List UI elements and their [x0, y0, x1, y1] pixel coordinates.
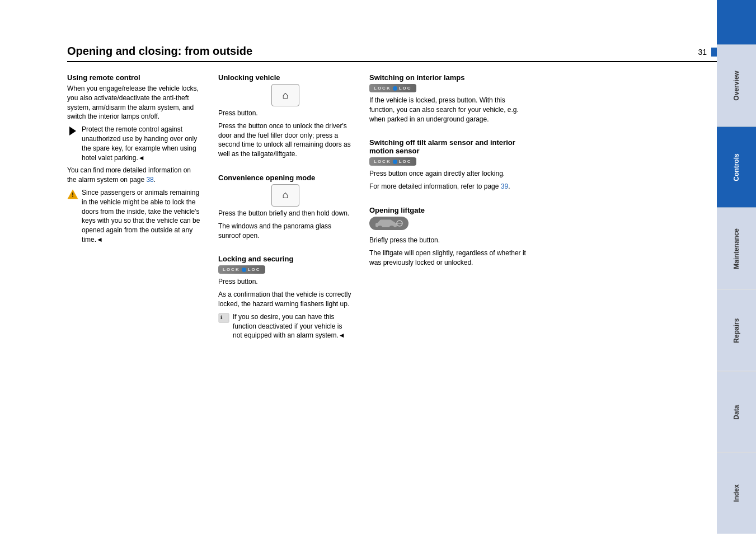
- sidebar: Overview Controls Maintenance Repairs Da…: [717, 0, 756, 534]
- info-note-icon: ℹ: [218, 312, 229, 324]
- link-page-39[interactable]: 39: [501, 182, 508, 190]
- link-page-38[interactable]: 38: [146, 176, 153, 184]
- lock-btn-text-1: LOCK: [223, 267, 240, 272]
- lock-btn-interior-lamps: LOCK LOC: [369, 84, 416, 92]
- lock-btn-tilt-alarm: LOCK LOC: [369, 157, 416, 166]
- note-text-arrow-1: Protect the remote control against unaut…: [82, 125, 201, 162]
- car-key-img: [369, 217, 408, 230]
- sidebar-tab-overview[interactable]: Overview: [717, 45, 756, 127]
- lock-btn-text-6: LOC: [399, 159, 412, 164]
- car-key-svg: [375, 218, 403, 228]
- section-locking-securing: Locking and securing LOCK LOC Press butt…: [218, 255, 353, 344]
- text-tilt-alarm-1: Press button once again directly after l…: [369, 169, 526, 179]
- text-tilt-alarm-2: For more detailed information, refer to …: [369, 182, 526, 191]
- lock-btn-dot-3: [393, 160, 397, 164]
- text-locking-1: Press button.: [218, 277, 353, 287]
- sidebar-tab-label-overview: Overview: [732, 67, 740, 105]
- warning-box-1: ! Since passengers or animals remaining …: [67, 188, 201, 245]
- lock-btn-locking: LOCK LOC: [218, 265, 265, 274]
- sidebar-tab-label-repairs: Repairs: [732, 313, 740, 347]
- section-switching-off-tilt-alarm: Switching off tilt alarm sensor and inte…: [369, 138, 526, 195]
- page-number-text: 31: [698, 48, 707, 57]
- section-convenience-opening: Convenience opening mode ⌂ Press the but…: [218, 174, 353, 243]
- heading-unlocking-vehicle: Unlocking vehicle: [218, 73, 353, 82]
- warning-text-1: Since passengers or animals remaining in…: [82, 188, 201, 245]
- arrow-icon: [67, 125, 78, 136]
- sidebar-tab-controls[interactable]: Controls: [717, 127, 756, 208]
- heading-convenience-opening: Convenience opening mode: [218, 174, 353, 182]
- page-header: Opening and closing: from outside 31: [67, 45, 734, 62]
- lock-btn-dot-2: [393, 86, 397, 91]
- text-liftgate-2: The liftgate will open slightly, regardl…: [369, 249, 526, 268]
- svg-text:!: !: [72, 191, 74, 198]
- section-unlocking-vehicle: Unlocking vehicle ⌂ Press button. Press …: [218, 73, 353, 162]
- heading-switching-on-interior-lamps: Switching on interior lamps: [369, 73, 526, 82]
- lock-btn-dot-1: [242, 268, 246, 272]
- arrow-shape: [69, 127, 76, 135]
- home-icon: ⌂: [283, 90, 289, 101]
- home-icon-2: ⌂: [283, 189, 289, 201]
- home-btn-box: ⌂: [271, 84, 299, 106]
- text-using-remote-control-1: When you engage/release the vehicle lock…: [67, 84, 201, 121]
- text-unlocking-1: Press button.: [218, 109, 353, 118]
- home-btn-box-2: ⌂: [271, 184, 299, 207]
- text-interior-lamps-1: If the vehicle is locked, press button. …: [369, 96, 526, 124]
- lock-btn-text-3: LOCK: [374, 86, 391, 91]
- car-key-container: [369, 217, 526, 232]
- column-1: Using remote control When you engage/rel…: [67, 73, 201, 248]
- heading-opening-liftgate: Opening liftgate: [369, 206, 526, 214]
- note-locking-info: ℹ If you so desire, you can have this fu…: [218, 312, 353, 340]
- sidebar-top-bar: [717, 0, 756, 45]
- column-3: Switching on interior lamps LOCK LOC If …: [369, 73, 526, 270]
- warning-triangle-icon: !: [67, 189, 78, 200]
- main-content: Opening and closing: from outside 31 Usi…: [0, 0, 756, 534]
- text-convenience-2: The windows and the panorama glass sunro…: [218, 222, 353, 241]
- sidebar-tab-repairs[interactable]: Repairs: [717, 289, 756, 371]
- lock-btn-text-4: LOC: [399, 86, 412, 91]
- sidebar-tab-label-controls: Controls: [732, 149, 740, 185]
- sidebar-tab-index[interactable]: Index: [717, 452, 756, 534]
- heading-using-remote-control: Using remote control: [67, 73, 201, 82]
- heading-locking-securing: Locking and securing: [218, 255, 353, 263]
- section-using-remote-control: Using remote control When you engage/rel…: [67, 73, 201, 248]
- text-convenience-1: Press the button briefly and then hold d…: [218, 209, 353, 218]
- note-arrow-1: Protect the remote control against unaut…: [67, 125, 201, 162]
- text-liftgate-1: Briefly press the button.: [369, 236, 526, 245]
- warning-icon-container: !: [67, 188, 78, 199]
- heading-switching-off-tilt-alarm: Switching off tilt alarm sensor and inte…: [369, 138, 526, 155]
- section-switching-on-interior-lamps: Switching on interior lamps LOCK LOC If …: [369, 73, 526, 127]
- page-title: Opening and closing: from outside: [67, 45, 252, 58]
- home-btn-unlocking: ⌂: [218, 84, 353, 106]
- sidebar-tab-label-index: Index: [732, 480, 740, 507]
- text-locking-2: As a confirmation that the vehicle is co…: [218, 290, 353, 309]
- info-note-text-1: If you so desire, you can have this func…: [233, 312, 353, 340]
- section-opening-liftgate: Opening liftgate: [369, 206, 526, 270]
- info-img-icon: ℹ: [218, 312, 229, 324]
- sidebar-tab-label-maintenance: Maintenance: [732, 224, 740, 274]
- page-container: Opening and closing: from outside 31 Usi…: [0, 0, 756, 534]
- text-unlocking-2: Press the button once to unlock the driv…: [218, 121, 353, 159]
- sidebar-tabs: Overview Controls Maintenance Repairs Da…: [717, 45, 756, 534]
- lock-btn-text-2: LOC: [248, 267, 261, 272]
- home-btn-convenience: ⌂: [218, 184, 353, 207]
- column-2: Unlocking vehicle ⌂ Press button. Press …: [218, 73, 353, 344]
- content-columns: Using remote control When you engage/rel…: [67, 73, 734, 344]
- sidebar-tab-maintenance[interactable]: Maintenance: [717, 208, 756, 289]
- sidebar-tab-data[interactable]: Data: [717, 371, 756, 453]
- sidebar-tab-label-data: Data: [732, 400, 740, 424]
- lock-btn-text-5: LOCK: [374, 159, 391, 164]
- text-more-info: You can find more detailed information o…: [67, 166, 201, 185]
